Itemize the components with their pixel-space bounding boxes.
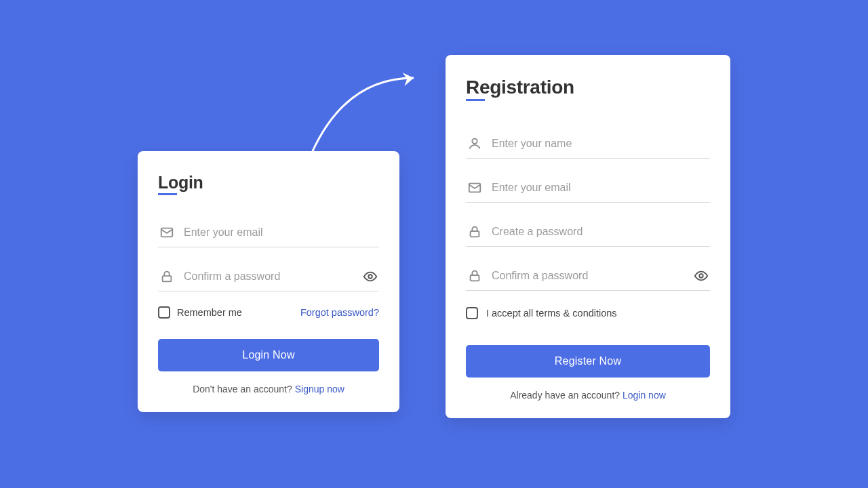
eye-icon[interactable] [363,269,378,284]
register-confirm-input[interactable] [492,270,684,282]
user-icon [467,136,482,151]
mail-icon [159,225,174,240]
login-footer-text: Don't have an account? [193,384,295,394]
mail-icon [467,180,482,195]
lock-icon [467,268,482,283]
login-password-input[interactable] [184,270,353,283]
login-email-row [158,221,379,247]
remember-label: Remember me [177,307,242,318]
login-card: Login Remember me F [138,151,399,412]
register-email-row [466,176,710,203]
register-name-input[interactable] [492,138,709,150]
register-title: Registration [466,77,574,98]
svg-point-3 [368,274,372,279]
register-confirm-row [466,264,710,291]
forgot-password-link[interactable]: Forgot password? [300,307,379,318]
login-password-row [158,265,379,291]
register-card: Registration [446,55,730,418]
svg-rect-2 [163,276,172,281]
login-options-row: Remember me Forgot password? [158,306,379,319]
remember-checkbox[interactable] [158,306,170,319]
register-button[interactable]: Register Now [466,345,710,378]
terms-checkbox[interactable] [466,307,478,319]
login-button[interactable]: Login Now [158,339,379,371]
lock-icon [467,224,482,239]
signup-link[interactable]: Signup now [295,384,344,394]
login-footer: Don't have an account? Signup now [158,384,379,394]
remember-me-wrap: Remember me [158,306,242,319]
svg-rect-6 [471,231,479,237]
register-password-row [466,220,710,247]
lock-icon [159,269,174,284]
login-title: Login [158,173,203,192]
register-password-input[interactable] [492,226,709,238]
svg-point-4 [472,139,477,144]
svg-point-8 [699,274,703,278]
terms-row: I accept all terms & conditions [466,307,710,319]
register-footer-text: Already have an account? [510,390,623,401]
arrow-curve [298,58,441,159]
terms-label: I accept all terms & conditions [486,308,617,319]
svg-rect-7 [471,275,479,281]
register-name-row [466,132,710,159]
eye-icon[interactable] [694,268,709,283]
login-email-input[interactable] [184,226,378,239]
register-footer: Already have an account? Login now [466,390,710,401]
login-link[interactable]: Login now [623,390,666,401]
register-email-input[interactable] [492,182,709,194]
